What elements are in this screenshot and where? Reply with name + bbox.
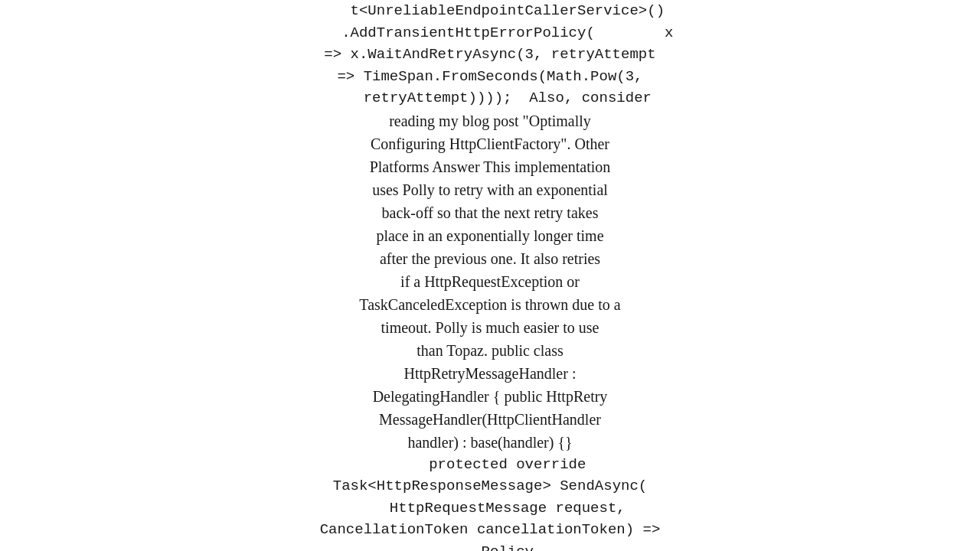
text-line-24: Policy (153, 541, 827, 552)
text-line-11: after the previous one. It also retries (153, 247, 827, 270)
text-line-23: CancellationToken cancellationToken) => (153, 519, 827, 541)
text-line-10: place in an exponentially longer time (153, 224, 827, 247)
text-line-21: Task<HttpResponseMessage> SendAsync( (153, 475, 827, 497)
text-line-17: DelegatingHandler { public HttpRetry (153, 385, 827, 408)
text-line-4: retryAttempt)))); Also, consider (153, 87, 827, 109)
main-content: t<UnreliableEndpointCallerService>() .Ad… (0, 0, 980, 551)
text-line-14: timeout. Polly is much easier to use (153, 316, 827, 339)
text-line-15: than Topaz. public class (153, 339, 827, 362)
text-line-9: back-off so that the next retry takes (153, 201, 827, 224)
text-line-3: => TimeSpan.FromSeconds(Math.Pow(3, (153, 66, 827, 88)
text-line-16: HttpRetryMessageHandler : (153, 362, 827, 385)
text-line-6: Configuring HttpClientFactory". Other (153, 132, 827, 155)
text-line-1: .AddTransientHttpErrorPolicy( x (153, 22, 827, 44)
text-line-8: uses Polly to retry with an exponential (153, 178, 827, 201)
text-line-18: MessageHandler(HttpClientHandler (153, 408, 827, 431)
text-line-12: if a HttpRequestException or (153, 270, 827, 293)
text-line-19: handler) : base(handler) {} (153, 431, 827, 454)
text-line-13: TaskCanceledException is thrown due to a (153, 293, 827, 316)
text-line-22: HttpRequestMessage request, (153, 497, 827, 520)
text-block: t<UnreliableEndpointCallerService>() .Ad… (153, 0, 827, 551)
text-line-2: => x.WaitAndRetryAsync(3, retryAttempt (153, 44, 827, 66)
text-line-7: Platforms Answer This implementation (153, 155, 827, 178)
text-line-5: reading my blog post "Optimally (153, 109, 827, 132)
text-line-0: t<UnreliableEndpointCallerService>() (153, 0, 827, 22)
text-line-20: protected override (153, 454, 827, 476)
